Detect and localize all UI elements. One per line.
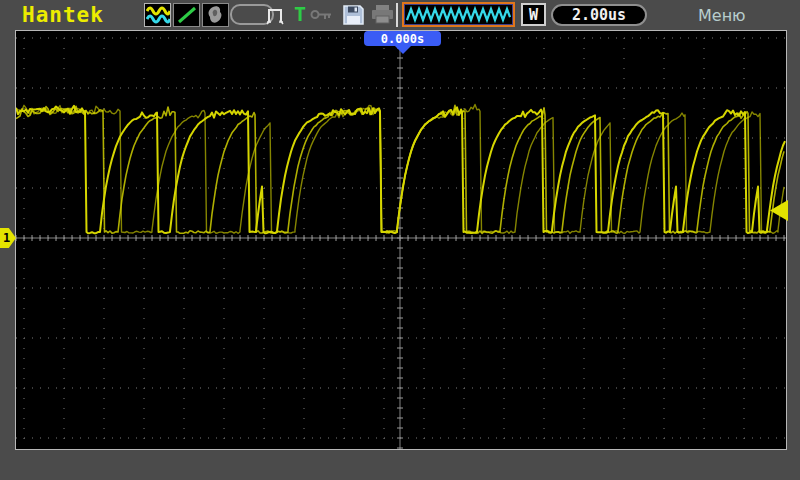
zigzag-wave-icon (406, 5, 511, 24)
lock-button[interactable] (310, 8, 334, 21)
trigger-position-arrow-icon (395, 46, 411, 54)
diagonal-line-icon (175, 4, 199, 26)
trigger-position-marker[interactable]: 0.000s (364, 31, 441, 46)
brand-logo: Hantek (22, 3, 104, 27)
floppy-disk-icon (342, 4, 365, 26)
key-icon (310, 8, 334, 21)
toolbar-divider (396, 3, 398, 27)
oscilloscope-screen: Hantek T (0, 0, 800, 480)
bottom-status-bar: DC 20 2.00V CH1 1.04V 221.190KHz 30-June… (0, 450, 800, 480)
graticule-screen (15, 30, 787, 450)
acquire-mode-badge[interactable]: W (521, 3, 546, 26)
pulse-measure-button[interactable] (266, 4, 290, 26)
top-toolbar: Hantek T (0, 0, 800, 30)
printer-icon (370, 4, 395, 25)
trigger-source-preview[interactable] (402, 2, 515, 27)
hand-icon (204, 4, 228, 26)
save-button[interactable] (342, 4, 365, 26)
print-button[interactable] (370, 4, 395, 25)
channel-waveforms-button[interactable] (144, 3, 171, 27)
hand-mode-button[interactable] (202, 3, 229, 27)
menu-button[interactable]: Меню (698, 6, 746, 25)
trigger-t-badge: T (294, 2, 306, 26)
dual-wave-icon (146, 4, 170, 26)
waveform-plot (15, 30, 787, 450)
timebase-readout: 2.00us (551, 4, 647, 26)
line-draw-button[interactable] (173, 3, 200, 27)
pulse-icon (266, 4, 290, 26)
channel1-ground-marker[interactable]: 1 (0, 228, 16, 248)
